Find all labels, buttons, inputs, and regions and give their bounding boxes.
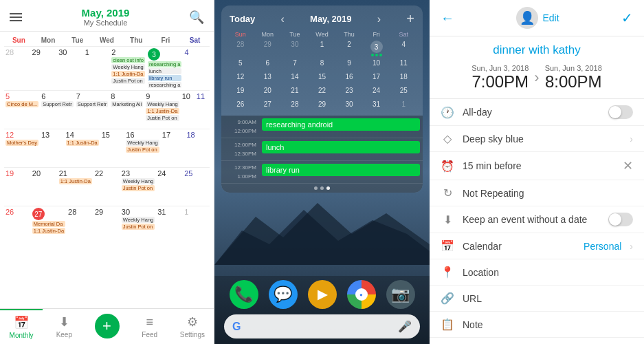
event-chip: Cinco de M...: [5, 101, 38, 107]
keep-icon: ⬇: [59, 314, 69, 330]
widget-today-label: Today: [230, 14, 255, 24]
color-chevron-icon: ›: [630, 133, 633, 144]
cal-cell-4[interactable]: 4: [183, 46, 210, 90]
cal-cell-14[interactable]: 141:1 Justin-Da: [65, 129, 100, 167]
detail-all-day: 🕐 All-day: [430, 99, 644, 126]
camera-app-icon[interactable]: 📷: [386, 280, 415, 309]
location-label: Location: [463, 267, 633, 278]
detail-url[interactable]: 🔗 URL: [430, 286, 644, 312]
widget-prev-button[interactable]: ‹: [281, 13, 285, 25]
cal-cell-5[interactable]: 5 Cinco de M...: [4, 90, 40, 129]
cal-cell-9[interactable]: 9 Weekly Hang 1:1 Justin-Da Justin Pot o…: [144, 90, 180, 129]
repeat-icon: ↻: [441, 186, 454, 200]
cal-cell-21[interactable]: 211:1 Justin-Da: [58, 167, 93, 206]
cal-cell-2[interactable]: 2 clean out info Weekly Hang 1:1 Justin-…: [110, 46, 146, 90]
calendar-icon: 📅: [441, 239, 454, 252]
cal-cell-11[interactable]: 11: [195, 90, 210, 129]
cal-cell-3-today[interactable]: 3 researching a lunch library run resear…: [146, 46, 183, 90]
tab-add[interactable]: +: [85, 309, 128, 344]
end-date: Sun, Jun 3, 2018: [545, 64, 602, 72]
tab-keep[interactable]: ⬇ Keep: [43, 309, 85, 344]
cal-cell-25[interactable]: 25: [183, 167, 210, 206]
tab-settings[interactable]: ⚙ Settings: [171, 309, 214, 344]
chrome-app-icon[interactable]: ●: [347, 280, 376, 309]
detail-calendar[interactable]: 📅 Calendar Personal ›: [430, 233, 644, 259]
event-chip: Justin Pot on: [126, 147, 159, 153]
widget-event-3[interactable]: library run: [262, 164, 420, 176]
cal-cell-20[interactable]: 20: [31, 167, 58, 206]
start-date: Sun, Jun 3, 2018: [471, 64, 529, 72]
cal-cell-15[interactable]: 15: [100, 129, 125, 167]
event-chip: 1:1 Justin-Da: [111, 71, 145, 77]
note-label: Note: [463, 319, 633, 330]
hamburger-menu[interactable]: [10, 13, 22, 21]
edit-button[interactable]: Edit: [542, 12, 559, 23]
week-row-1: 28 29 30 1 2 clean out info Weekly Hang …: [4, 46, 210, 90]
search-icon[interactable]: 🔍: [189, 10, 204, 25]
cal-cell-12[interactable]: 12 Mother's Day: [4, 129, 40, 167]
cal-cell-7[interactable]: 7Support Retr: [75, 90, 110, 129]
feed-icon: ≡: [146, 315, 153, 330]
header-center: 👤 Edit: [516, 7, 559, 29]
add-event-button[interactable]: +: [95, 314, 120, 338]
confirm-button[interactable]: ✓: [621, 10, 633, 26]
bottom-tabs: 📅 Monthly ⬇ Keep + ≡ Feed ⚙ Settings: [0, 308, 214, 344]
back-button[interactable]: ←: [441, 10, 454, 26]
cal-cell-28-other[interactable]: 28: [4, 46, 31, 90]
cal-cell-28b[interactable]: 28: [67, 206, 93, 244]
time-arrow-icon: ›: [534, 69, 539, 87]
event-chip: Justin Pot on: [122, 224, 155, 230]
cal-cell-16[interactable]: 16 Weekly Hang Justin Pot on: [124, 129, 160, 167]
cal-cell-22[interactable]: 22: [93, 167, 120, 206]
cal-cell-10[interactable]: 10: [181, 90, 195, 129]
left-month-label: May, 2019: [22, 7, 189, 19]
widget-event-row-1: 9:00AM 12:00PM researching android: [221, 116, 423, 138]
cal-cell-1-next[interactable]: 1: [183, 206, 210, 244]
event-chip: Memorial Da: [32, 221, 65, 227]
detail-note[interactable]: 📋 Note: [430, 312, 644, 338]
cal-cell-8[interactable]: 8Marketing All: [109, 90, 144, 129]
left-header-title: May, 2019 My Schedule: [22, 7, 189, 27]
event-chip: Weekly Hang: [122, 217, 155, 223]
phone-content: Today ‹ May, 2019 › + Sun Mon Tue Wed Th…: [214, 0, 430, 344]
cal-cell-30[interactable]: 30: [57, 46, 84, 90]
cal-cell-24[interactable]: 24: [156, 167, 183, 206]
google-search-bar[interactable]: G 🎤: [224, 314, 420, 338]
cal-cell-26[interactable]: 26: [4, 206, 31, 244]
cal-cell-27[interactable]: 27 Memorial Da 1:1 Justin-Da: [31, 206, 67, 244]
day-headers-row: Sun Mon Tue Wed Thu Fri Sat: [4, 34, 210, 46]
cal-cell-19[interactable]: 19: [4, 167, 31, 206]
cal-cell-31[interactable]: 31: [156, 206, 183, 244]
cal-cell-1[interactable]: 1: [84, 46, 111, 90]
plex-app-icon[interactable]: ▶: [308, 280, 337, 309]
google-g-logo: G: [232, 321, 241, 333]
cal-cell-23[interactable]: 23 Weekly Hang Justin Pot on: [120, 167, 156, 206]
widget-add-button[interactable]: +: [406, 11, 414, 27]
nodate-toggle[interactable]: [608, 213, 633, 226]
reminder-close-icon[interactable]: ✕: [623, 158, 633, 173]
cal-cell-30b[interactable]: 30 Weekly Hang Justin Pot on: [120, 206, 156, 244]
widget-event-2[interactable]: lunch: [262, 141, 420, 153]
cal-cell-6[interactable]: 6Support Retr: [40, 90, 75, 129]
tab-feed[interactable]: ≡ Feed: [129, 309, 171, 344]
allday-toggle[interactable]: [608, 105, 633, 119]
detail-color[interactable]: ◇ Deep sky blue ›: [430, 126, 644, 152]
widget-event-1[interactable]: researching android: [262, 118, 420, 131]
widget-next-button[interactable]: ›: [377, 13, 381, 25]
detail-location[interactable]: 📍 Location: [430, 259, 644, 286]
url-label: URL: [463, 293, 633, 304]
google-mic-icon[interactable]: 🎤: [398, 320, 412, 333]
tab-monthly[interactable]: 📅 Monthly: [0, 309, 43, 344]
cal-cell-18[interactable]: 18: [185, 129, 210, 167]
phone-app-icon[interactable]: 📞: [230, 280, 258, 309]
cal-cell-17[interactable]: 17: [161, 129, 186, 167]
color-label: Deep sky blue: [463, 133, 621, 144]
event-chip: clean out info: [111, 57, 145, 63]
event-chip: Marketing All: [111, 101, 143, 107]
widget-event-row-2: 12:00PM 12:30PM lunch: [221, 138, 423, 161]
cal-cell-29b[interactable]: 29: [93, 206, 120, 244]
cal-cell-29[interactable]: 29: [31, 46, 58, 90]
cal-cell-13[interactable]: 13: [40, 129, 65, 167]
event-chip: Support Retr: [76, 101, 109, 107]
messages-app-icon[interactable]: 💬: [269, 280, 298, 309]
